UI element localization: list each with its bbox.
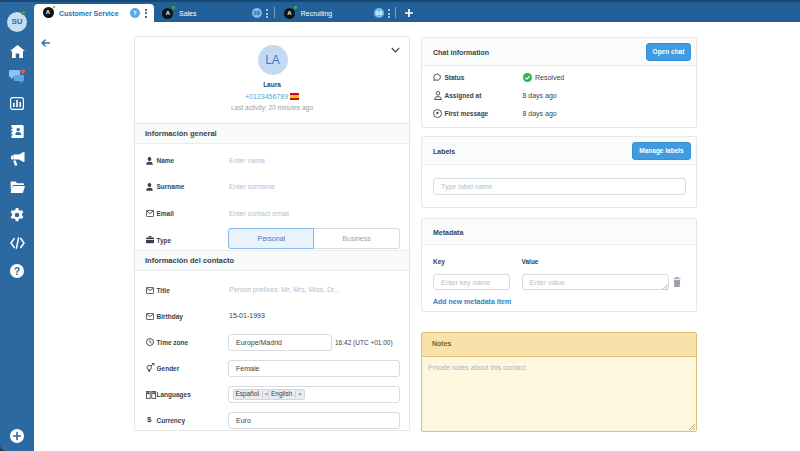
svg-text:?: ? <box>14 264 20 276</box>
